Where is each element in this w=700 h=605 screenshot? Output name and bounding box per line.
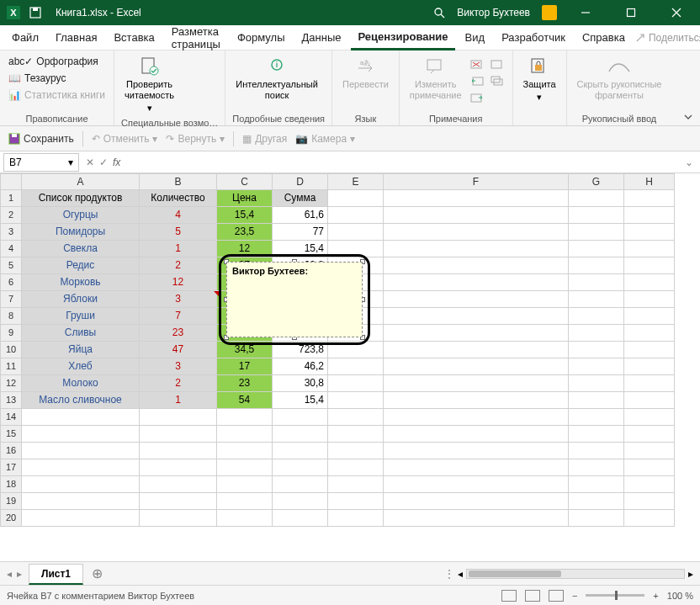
- cell[interactable]: [384, 443, 569, 459]
- row-header[interactable]: 13: [0, 392, 22, 409]
- cell[interactable]: [624, 241, 675, 257]
- sheet-tab[interactable]: Лист1: [29, 564, 83, 585]
- cell[interactable]: Сумма: [273, 190, 328, 207]
- cell[interactable]: 2: [140, 375, 217, 392]
- tab-developer[interactable]: Разработчик: [495, 26, 572, 49]
- col-header[interactable]: G: [569, 173, 624, 190]
- cell[interactable]: [217, 459, 273, 476]
- cell[interactable]: [569, 375, 624, 392]
- cell[interactable]: [328, 207, 384, 224]
- row-header[interactable]: 17: [0, 459, 22, 476]
- cell[interactable]: [328, 392, 384, 409]
- cell[interactable]: [624, 375, 675, 392]
- protect-button[interactable]: Защита ▾: [520, 54, 559, 104]
- cell[interactable]: 23: [217, 375, 273, 392]
- thesaurus-button[interactable]: 📖Тезаурус: [7, 71, 107, 86]
- cell[interactable]: [140, 409, 217, 426]
- cell[interactable]: Свекла: [22, 241, 140, 257]
- cell[interactable]: Яйца: [22, 342, 140, 358]
- cell[interactable]: [217, 476, 273, 493]
- cell[interactable]: [328, 375, 384, 392]
- cell[interactable]: Хлеб: [22, 358, 140, 375]
- cell[interactable]: [22, 459, 140, 476]
- cell[interactable]: [569, 190, 624, 207]
- cell[interactable]: 46,2: [273, 358, 328, 375]
- cell[interactable]: 23: [140, 325, 217, 342]
- tab-insert[interactable]: Вставка: [107, 26, 161, 49]
- page-break-button[interactable]: [549, 590, 564, 602]
- fx-icon[interactable]: fx: [113, 157, 120, 168]
- cell[interactable]: 2: [140, 257, 217, 274]
- cell[interactable]: [328, 426, 384, 443]
- cell[interactable]: 77: [273, 224, 328, 241]
- cell[interactable]: [273, 443, 328, 459]
- cell[interactable]: [273, 459, 328, 476]
- cell[interactable]: [569, 241, 624, 257]
- cell[interactable]: [569, 409, 624, 426]
- check-accessibility-button[interactable]: Проверить читаемость ▾: [121, 54, 178, 116]
- cell[interactable]: [569, 476, 624, 493]
- share-button[interactable]: Поделиться: [635, 32, 700, 44]
- tab-view[interactable]: Вид: [459, 26, 492, 49]
- cell[interactable]: 15,4: [273, 392, 328, 409]
- cell[interactable]: Сливы: [22, 325, 140, 342]
- cell[interactable]: Количество: [140, 190, 217, 207]
- spreadsheet-grid[interactable]: A B C D E F G H 1Список продуктовКоличес…: [0, 173, 700, 527]
- collapse-ribbon-button[interactable]: [676, 50, 700, 125]
- spelling-button[interactable]: abc✓Орфография: [7, 54, 107, 69]
- cell[interactable]: [569, 274, 624, 291]
- tab-review[interactable]: Рецензирование: [351, 25, 454, 50]
- cell[interactable]: [624, 358, 675, 375]
- cell[interactable]: [328, 358, 384, 375]
- cell[interactable]: [624, 342, 675, 358]
- sheet-nav-prev[interactable]: ◂: [7, 568, 12, 580]
- zoom-out-button[interactable]: −: [572, 591, 577, 601]
- cell[interactable]: [624, 459, 675, 476]
- cell[interactable]: [624, 476, 675, 493]
- row-header[interactable]: 10: [0, 342, 22, 358]
- cell[interactable]: [569, 224, 624, 241]
- cell[interactable]: Яблоки: [22, 291, 140, 308]
- cell[interactable]: [624, 493, 675, 510]
- user-name[interactable]: Виктор Бухтеев: [457, 7, 530, 19]
- cell[interactable]: [569, 358, 624, 375]
- cell[interactable]: [569, 443, 624, 459]
- zoom-slider[interactable]: [586, 594, 644, 597]
- cell[interactable]: [624, 392, 675, 409]
- save-button[interactable]: Сохранить: [8, 133, 74, 145]
- cell[interactable]: [22, 409, 140, 426]
- normal-view-button[interactable]: [501, 590, 517, 602]
- cell[interactable]: [217, 493, 273, 510]
- cell[interactable]: [328, 493, 384, 510]
- col-header[interactable]: H: [624, 173, 675, 190]
- cell[interactable]: [328, 224, 384, 241]
- expand-formula-bar[interactable]: ⌄: [678, 157, 700, 168]
- cell[interactable]: 17: [217, 358, 273, 375]
- row-header[interactable]: 2: [0, 207, 22, 224]
- row-header[interactable]: 20: [0, 510, 22, 527]
- sheet-nav-next[interactable]: ▸: [17, 568, 22, 580]
- cell[interactable]: Редис: [22, 257, 140, 274]
- col-header[interactable]: E: [328, 173, 384, 190]
- cell[interactable]: [384, 257, 569, 274]
- cell[interactable]: [569, 426, 624, 443]
- cell[interactable]: [384, 325, 569, 342]
- tab-formulas[interactable]: Формулы: [231, 26, 292, 49]
- cell[interactable]: 61,6: [273, 207, 328, 224]
- cell[interactable]: 5: [140, 224, 217, 241]
- cell[interactable]: [273, 426, 328, 443]
- cell[interactable]: [384, 274, 569, 291]
- cell[interactable]: [624, 207, 675, 224]
- cell[interactable]: [140, 476, 217, 493]
- cell[interactable]: [624, 224, 675, 241]
- cell[interactable]: [384, 207, 569, 224]
- cell[interactable]: [140, 443, 217, 459]
- row-header[interactable]: 6: [0, 274, 22, 291]
- cell[interactable]: [624, 257, 675, 274]
- cell[interactable]: [624, 308, 675, 325]
- smart-lookup-button[interactable]: i Интеллектуальный поиск: [232, 54, 321, 103]
- cell[interactable]: [384, 241, 569, 257]
- cell[interactable]: [384, 342, 569, 358]
- cell[interactable]: [384, 224, 569, 241]
- select-all-corner[interactable]: [0, 173, 22, 190]
